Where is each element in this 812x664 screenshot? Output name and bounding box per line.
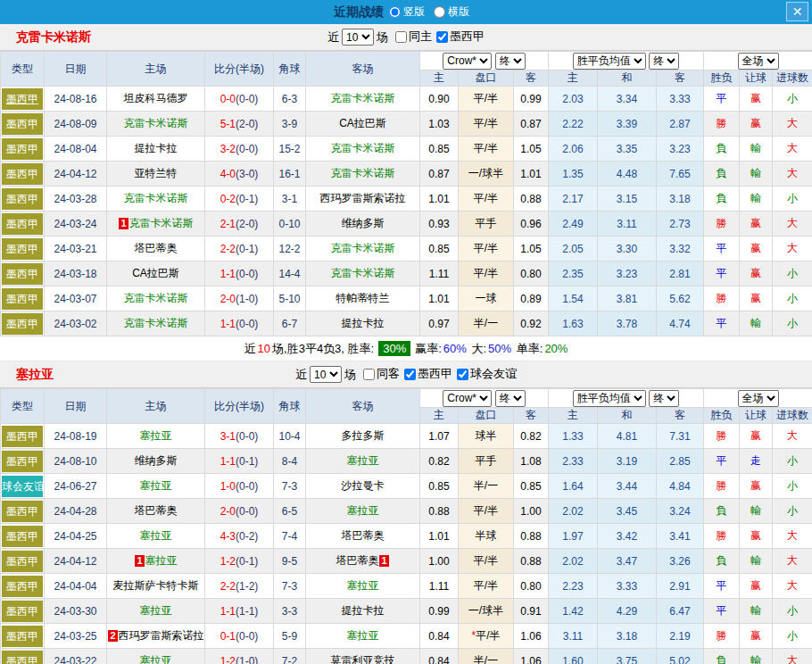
home-team-name[interactable]: 塞拉亚 [140,604,172,617]
away-team-name[interactable]: 莫雷利亚竞技 [331,654,395,664]
home-team-name[interactable]: 塞拉亚 [140,529,172,542]
away-team-name[interactable]: 塔巴蒂奥 [342,529,385,542]
result-scope-select[interactable]: 全场 [738,53,779,70]
league-link[interactable]: 墨西甲 [2,626,43,647]
filter-checkbox-2[interactable]: 球会友谊 [457,366,517,382]
filter-checkbox-0[interactable]: 同主 [395,29,432,45]
asian-stage-select[interactable]: 终 [495,390,526,407]
home-team-name[interactable]: 维纳多斯 [135,454,178,467]
filter-checkbox-input[interactable] [395,31,407,43]
league-link[interactable]: 墨西甲 [2,651,43,664]
away-team-name[interactable]: 西玛罗雷斯索诺拉 [320,192,406,204]
home-team-name[interactable]: 坦皮科马德罗 [124,92,188,104]
handicap-result-value: 輸 [750,142,761,154]
euro-company-select[interactable]: 胜平负均值 [573,53,646,70]
filter-checkbox-input[interactable] [363,369,375,380]
league-link[interactable]: 墨西甲 [2,113,43,135]
home-team-name[interactable]: 麦拉斯萨卡特卡斯 [113,579,199,592]
home-team-name[interactable]: 克雷卡米诺斯 [124,317,188,329]
league-link[interactable]: 墨西甲 [2,501,43,522]
away-team-name[interactable]: 塔巴蒂奥 [336,554,378,567]
home-team-name[interactable]: 提拉卡拉 [135,142,178,154]
bookmaker-select[interactable]: Crow* [443,390,492,407]
away-team-name[interactable]: 维纳多斯 [342,217,385,229]
recent-count-select[interactable]: 10 [342,29,374,46]
team-name[interactable]: 克雷卡米诺斯 [16,29,91,46]
handicap-value: 半/一 [474,654,498,664]
league-link[interactable]: 墨西甲 [2,551,43,572]
home-team-name[interactable]: 塞拉亚 [140,654,172,664]
away-team-name[interactable]: 特帕蒂特兰 [336,292,390,304]
away-team-name[interactable]: 多拉多斯 [342,429,385,442]
home-team-name[interactable]: 塔巴蒂奥 [135,242,178,254]
away-team-name[interactable]: 提拉卡拉 [342,604,385,617]
filter-checkbox-1[interactable]: 墨西甲 [436,29,485,45]
layout-radio-horizontal[interactable]: 横版 [434,4,469,20]
league-link[interactable]: 墨西甲 [2,213,43,235]
away-team-name[interactable]: 提拉卡拉 [342,317,385,329]
euro-company-select[interactable]: 胜平负均值 [573,390,646,407]
away-team-name[interactable]: 塞拉亚 [347,579,379,592]
home-team-name[interactable]: 克雷卡米诺斯 [124,192,188,204]
home-team-name[interactable]: 塞拉亚 [145,554,178,567]
away-team-cell: 塔巴蒂奥1 [306,549,420,574]
odds-value: 1.63 [562,318,583,330]
home-team-name[interactable]: 塞拉亚 [140,429,172,442]
away-team-name[interactable]: 克雷卡米诺斯 [331,142,395,154]
score-cell: 3-2(0-0) [205,137,274,162]
away-team-name[interactable]: CA拉巴斯 [339,117,386,129]
home-team-name[interactable]: CA拉巴斯 [132,267,179,279]
home-team-name[interactable]: 亚特兰特 [135,167,178,179]
bookmaker-select[interactable]: Crow* [443,53,492,70]
league-link[interactable]: 墨西甲 [2,238,43,260]
league-link[interactable]: 墨西甲 [2,88,43,110]
home-team-cell: CA拉巴斯 [107,261,205,286]
asian-away-odds-cell: 0.88 [514,524,549,549]
corner-score: 5-10 [278,293,300,305]
handicap-result-value: 赢 [750,267,761,279]
home-team-name[interactable]: 克雷卡米诺斯 [129,217,194,229]
euro-stage-select[interactable]: 终 [649,53,679,70]
away-team-name[interactable]: 克雷卡米诺斯 [331,167,395,179]
layout-radio-vertical-input[interactable] [389,6,401,18]
league-link[interactable]: 墨西甲 [2,188,43,210]
result-scope-select[interactable]: 全场 [738,390,779,407]
home-team-name[interactable]: 塔巴蒂奥 [135,504,178,517]
league-link[interactable]: 墨西甲 [2,288,43,310]
away-team-name[interactable]: 沙拉曼卡 [342,479,385,492]
league-link[interactable]: 墨西甲 [2,138,43,160]
home-team-name[interactable]: 克雷卡米诺斯 [124,117,188,129]
league-link[interactable]: 球会友谊 [2,476,43,497]
league-link[interactable]: 墨西甲 [2,576,43,597]
close-button[interactable]: ✕ [786,2,808,21]
league-link[interactable]: 墨西甲 [2,313,43,335]
corner-score: 14-4 [278,268,300,280]
away-team-name[interactable]: 塞拉亚 [347,504,379,517]
filter-checkbox-0[interactable]: 同客 [363,366,400,382]
filter-checkbox-input[interactable] [436,31,448,43]
home-team-name[interactable]: 克雷卡米诺斯 [124,292,188,304]
league-link[interactable]: 墨西甲 [2,263,43,285]
filter-checkbox-input[interactable] [404,369,416,380]
away-team-name[interactable]: 塞拉亚 [347,454,379,467]
away-team-name[interactable]: 克雷卡米诺斯 [331,242,395,254]
away-team-name[interactable]: 克雷卡米诺斯 [331,267,395,279]
asian-stage-select[interactable]: 终 [495,53,526,70]
filter-checkbox-1[interactable]: 墨西甲 [404,366,452,382]
asian-away-odds-cell: 0.91 [514,599,549,624]
league-link[interactable]: 墨西甲 [2,601,43,622]
league-link[interactable]: 墨西甲 [2,426,43,447]
league-link[interactable]: 墨西甲 [2,163,43,185]
away-team-name[interactable]: 塞拉亚 [347,629,379,642]
filter-checkbox-input[interactable] [457,369,468,380]
euro-stage-select[interactable]: 终 [649,390,679,407]
team-name[interactable]: 塞拉亚 [16,367,54,383]
away-team-name[interactable]: 克雷卡米诺斯 [331,92,395,104]
layout-radio-vertical[interactable]: 竖版 [389,4,425,20]
layout-radio-horizontal-input[interactable] [434,6,445,18]
league-link[interactable]: 墨西甲 [2,526,43,547]
league-link[interactable]: 墨西甲 [2,451,43,472]
home-team-name[interactable]: 塞拉亚 [140,479,172,492]
home-team-name[interactable]: 西玛罗雷斯索诺拉 [119,629,204,642]
recent-count-select[interactable]: 10 [310,366,342,383]
